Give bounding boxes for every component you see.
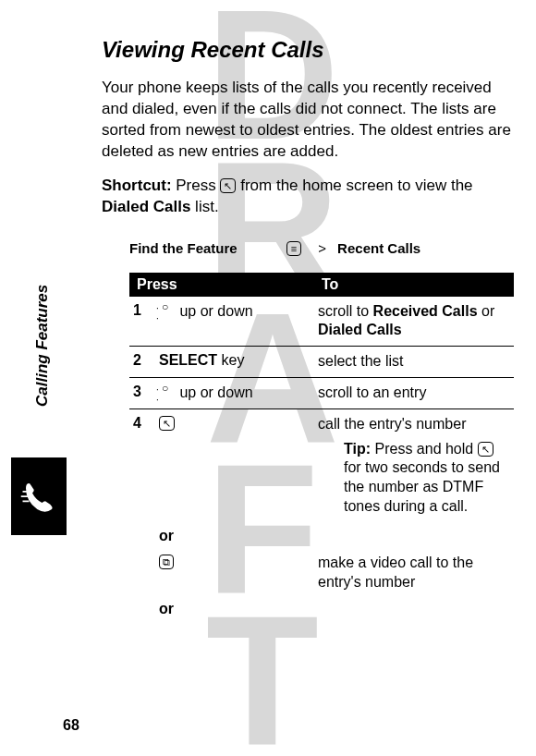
send-key-icon: ↖ xyxy=(220,178,236,193)
header-press: Press xyxy=(129,273,314,297)
shortcut-paragraph: Shortcut: Press ↖ from the home screen t… xyxy=(102,176,514,218)
section-label: Calling Features xyxy=(33,285,52,407)
menu-key-icon: ≡ xyxy=(286,241,301,256)
table-row: 2 SELECT key select the list xyxy=(129,347,514,378)
send-key-icon: ↖ xyxy=(159,416,175,431)
or-divider: or xyxy=(129,522,514,550)
nav-icon xyxy=(159,384,176,400)
table-row: 1 up or down scroll to Received Calls or… xyxy=(129,297,514,348)
header-to: To xyxy=(314,273,514,297)
intro-paragraph: Your phone keeps lists of the calls you … xyxy=(102,78,514,163)
page-title: Viewing Recent Calls xyxy=(102,37,514,63)
find-the-feature: Find the Feature ≡ > Recent Calls xyxy=(129,240,514,256)
table-row: 3 up or down scroll to an entry xyxy=(129,378,514,409)
table-row: 4 ↖ call the entry's number Tip: Press a… xyxy=(129,409,514,522)
phone-icon xyxy=(19,477,58,516)
page-number: 68 xyxy=(63,717,79,734)
table-row: ⧉ make a video call to the entry's numbe… xyxy=(129,550,514,596)
calling-features-badge xyxy=(11,457,67,535)
nav-icon xyxy=(159,302,176,319)
video-key-icon: ⧉ xyxy=(159,555,174,569)
send-key-icon: ↖ xyxy=(478,442,493,457)
or-divider: or xyxy=(129,595,514,623)
steps-table: Press To 1 up or down scroll to Received… xyxy=(129,273,514,624)
